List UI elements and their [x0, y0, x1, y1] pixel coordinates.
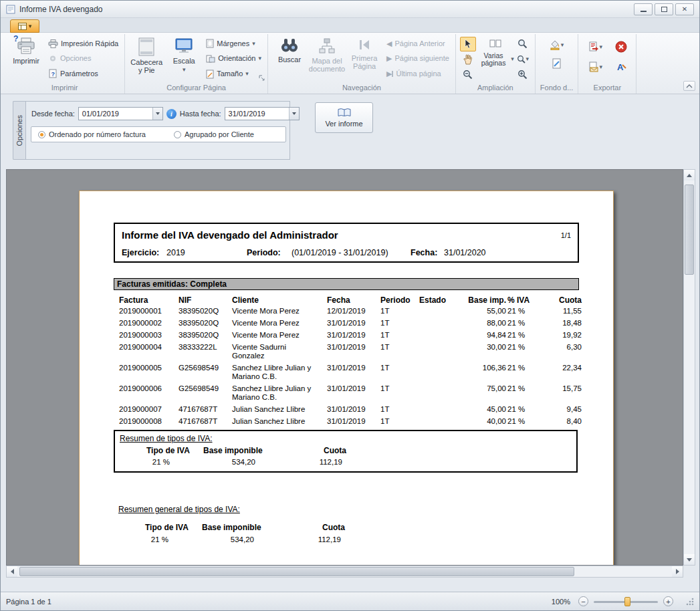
- resize-grip[interactable]: [685, 597, 694, 606]
- radio-ordenado-por-factura[interactable]: Ordenado por número factura: [38, 130, 146, 138]
- chevron-down-icon: ▾: [600, 44, 603, 50]
- search-icon: [280, 37, 299, 53]
- magnifier-icon: [517, 39, 528, 49]
- export-document-button[interactable]: ▾: [582, 39, 608, 54]
- chevron-down-icon: ▾: [526, 56, 530, 62]
- resumen-title: Resumen de tipos de IVA:: [120, 434, 213, 443]
- report-header-box: Informe del IVA devengado del Administra…: [114, 223, 579, 263]
- close-preview-button[interactable]: [613, 39, 629, 54]
- zoom-out-button[interactable]: [460, 68, 476, 82]
- zoom-in-button[interactable]: [515, 68, 531, 82]
- vertical-scroll-thumb[interactable]: [685, 185, 694, 275]
- zoom-slider[interactable]: [594, 597, 658, 606]
- multiple-pages-icon-button[interactable]: [487, 37, 503, 51]
- report-title: Informe del IVA devengado del Administra…: [122, 229, 338, 241]
- chevron-down-icon[interactable]: [152, 108, 162, 120]
- to-date-label: Hasta fecha:: [180, 110, 221, 118]
- watermark-icon: [552, 58, 562, 69]
- close-circle-icon: [615, 41, 627, 53]
- resumen-general: Resumen general de tipos de IVA: Tipo de…: [114, 502, 578, 550]
- horizontal-scroll-thumb[interactable]: [19, 567, 574, 576]
- watermark-button[interactable]: [544, 56, 570, 71]
- pages-icon: [489, 39, 501, 49]
- scroll-up-button[interactable]: [684, 170, 695, 180]
- report-content: Informe del IVA devengado del Administra…: [80, 191, 613, 550]
- parameters-button[interactable]: ? Parámetros: [45, 68, 121, 80]
- zoom-out-icon: [463, 70, 473, 80]
- multiple-pages-button[interactable]: Varias páginas ▾: [477, 52, 514, 67]
- zoom-out-button[interactable]: −: [578, 596, 588, 606]
- ribbon-group-exportar: ▾ ▾ A Exportar: [578, 34, 636, 94]
- ver-informe-button[interactable]: Ver informe: [315, 102, 373, 133]
- radio-agrupado-label: Agrupado por Cliente: [185, 130, 254, 138]
- app-menu-button[interactable]: ▾: [10, 19, 39, 33]
- periodo-value: (01/01/2019 - 31/01/2019): [291, 248, 388, 257]
- invoice-table-header: Factura NIF Cliente Fecha Periodo Estado…: [119, 295, 582, 306]
- opciones-tab[interactable]: Opciones: [13, 101, 25, 160]
- zoom-tool-button[interactable]: [515, 37, 531, 51]
- export-send-button[interactable]: ▾: [582, 59, 608, 74]
- parameters-label: Parámetros: [60, 70, 98, 78]
- spacer: [487, 68, 503, 82]
- last-page-button: ▶ Última página: [384, 68, 452, 80]
- pointer-tool-button[interactable]: [460, 37, 476, 51]
- invoice-row: 201900000847167687TJulian Sanchez Llibre…: [119, 416, 582, 429]
- first-page-icon: [357, 37, 372, 52]
- scroll-left-button[interactable]: [7, 566, 17, 577]
- horizontal-scrollbar[interactable]: [6, 566, 683, 578]
- chevron-down-icon: ▾: [245, 71, 249, 77]
- quick-print-button[interactable]: Impresión Rápida: [45, 38, 121, 49]
- zoom-slider-thumb[interactable]: [624, 597, 630, 606]
- radio-agrupado-por-cliente[interactable]: Agrupado por Cliente: [174, 130, 254, 138]
- section-header: Facturas emitidas: Completa: [114, 278, 579, 290]
- margins-button[interactable]: Márgenes ▾: [203, 37, 264, 49]
- info-icon[interactable]: i: [166, 109, 177, 119]
- ribbon-collapse-button[interactable]: [683, 81, 695, 91]
- chevron-down-icon: ▾: [511, 56, 514, 62]
- chevron-down-icon[interactable]: [289, 108, 299, 120]
- ribbon: ? Imprimir Impresión Rápida Opciones ?: [1, 33, 699, 94]
- zoom-in-icon: [517, 70, 528, 80]
- print-button[interactable]: ? Imprimir: [8, 35, 44, 83]
- first-page-button: Primera Página: [346, 35, 382, 83]
- resumen-header: Cuota: [324, 446, 346, 455]
- report-book-icon: [338, 108, 351, 118]
- zoom-in-button[interactable]: +: [663, 596, 673, 606]
- search-button[interactable]: Buscar: [271, 35, 308, 83]
- scale-button[interactable]: Escala ▾: [166, 35, 202, 83]
- minimize-button[interactable]: [634, 3, 653, 15]
- invoice-row: 201900000438333222LVicente Sadurni Gonza…: [119, 342, 582, 363]
- close-button[interactable]: ✕: [675, 3, 694, 15]
- page-color-button[interactable]: ▾: [544, 37, 570, 52]
- zoom-dropdown-button[interactable]: ▾: [515, 52, 531, 67]
- scroll-down-button[interactable]: [684, 554, 695, 565]
- text-highlight-button[interactable]: A: [613, 59, 629, 74]
- print-button-label: Imprimir: [13, 57, 39, 65]
- svg-text:?: ?: [51, 71, 55, 78]
- scroll-right-button[interactable]: [672, 566, 683, 577]
- vertical-scrollbar[interactable]: [683, 169, 695, 566]
- scale-label: Escala: [173, 57, 195, 65]
- minimize-icon: [640, 11, 647, 12]
- from-date-label: Desde fecha:: [31, 110, 75, 118]
- from-date-select[interactable]: 01/01/2019: [78, 107, 163, 120]
- resumen-general-title: Resumen general de tipos de IVA:: [118, 505, 240, 514]
- doc-map-icon: [319, 37, 335, 55]
- invoice-table-body: 201900000138395020QVicente Mora Perez12/…: [119, 306, 582, 429]
- export-doc-icon: [588, 41, 599, 52]
- app-window: Informe IVA devengado ✕ ▾ ? Imprimir: [0, 0, 700, 611]
- orientation-button[interactable]: Orientación ▾: [203, 53, 264, 65]
- invoice-row: 2019000006G25698549Sanchez Llibre Julian…: [119, 384, 582, 404]
- doc-map-button: Mapa del documento: [309, 35, 345, 83]
- hand-tool-button[interactable]: [460, 52, 476, 67]
- page-setup-dialog-launcher[interactable]: [257, 74, 265, 82]
- size-button[interactable]: Tamaño ▾: [203, 68, 264, 80]
- orientation-icon: [206, 54, 215, 64]
- maximize-button[interactable]: [655, 3, 673, 15]
- ribbon-group-ampliacion: Varias páginas ▾ ▾ Ampliación: [456, 34, 536, 94]
- printer-icon: ?: [16, 37, 36, 55]
- doc-map-label: Mapa del documento: [308, 57, 346, 73]
- to-date-select[interactable]: 31/01/2019: [225, 107, 300, 120]
- resumen-general-value: 21 %: [128, 535, 168, 543]
- header-footer-button[interactable]: Cabecera y Pie: [128, 35, 164, 83]
